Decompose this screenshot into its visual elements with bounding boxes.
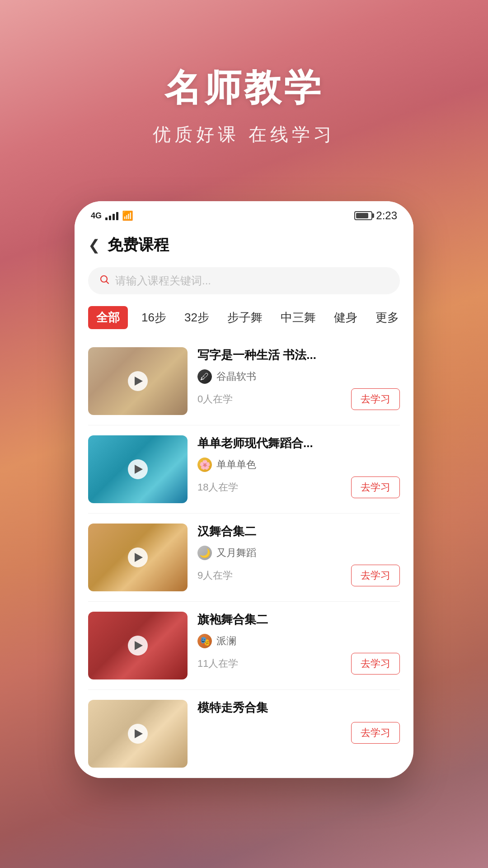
sub-title: 优质好课 在线学习 bbox=[0, 122, 488, 147]
study-button-0[interactable]: 去学习 bbox=[351, 388, 400, 410]
category-tab-1[interactable]: 16步 bbox=[137, 306, 171, 329]
status-right: 2:23 bbox=[354, 209, 397, 222]
status-time: 2:23 bbox=[376, 209, 397, 222]
play-button-1[interactable] bbox=[128, 459, 148, 479]
students-row-2: 9人在学去学习 bbox=[197, 565, 400, 586]
category-tab-3[interactable]: 步子舞 bbox=[223, 306, 267, 329]
students-count-0: 0人在学 bbox=[197, 392, 233, 406]
search-icon bbox=[99, 274, 110, 288]
teacher-row-1: 🌸单单单色 bbox=[197, 458, 400, 472]
signal-bar-1 bbox=[105, 217, 108, 220]
teacher-avatar-3: 🎭 bbox=[197, 634, 212, 648]
phone-wrapper: 4G 📶 2:23 ❮ 免费课程 bbox=[0, 201, 488, 778]
category-tab-6[interactable]: 更多 bbox=[371, 306, 404, 329]
teacher-name-1: 单单单色 bbox=[216, 458, 256, 472]
nav-bar: ❮ 免费课程 bbox=[75, 227, 413, 263]
teacher-avatar-0: 🖊 bbox=[197, 369, 212, 384]
students-count-2: 9人在学 bbox=[197, 569, 233, 582]
battery-fill bbox=[356, 213, 368, 218]
play-icon-1 bbox=[135, 465, 143, 474]
battery-icon bbox=[354, 211, 372, 220]
status-left: 4G 📶 bbox=[91, 210, 133, 221]
teacher-avatar-2: 🌙 bbox=[197, 546, 212, 560]
teacher-name-0: 谷晶软书 bbox=[216, 370, 256, 383]
play-button-3[interactable] bbox=[128, 636, 148, 656]
header-section: 名师教学 优质好课 在线学习 bbox=[0, 0, 488, 174]
play-icon-4 bbox=[135, 729, 143, 738]
teacher-name-2: 又月舞蹈 bbox=[216, 546, 256, 560]
status-bar: 4G 📶 2:23 bbox=[75, 201, 413, 227]
teacher-name-3: 派澜 bbox=[216, 634, 236, 648]
main-title: 名师教学 bbox=[0, 63, 488, 113]
signal-bar-3 bbox=[113, 214, 115, 220]
back-button[interactable]: ❮ bbox=[88, 236, 100, 254]
phone-frame: 4G 📶 2:23 ❮ 免费课程 bbox=[75, 201, 413, 778]
course-item-3: 旗袍舞合集二🎭派澜11人在学去学习 bbox=[88, 602, 400, 690]
play-button-2[interactable] bbox=[128, 547, 148, 567]
course-info-1: 单单老师现代舞蹈合...🌸单单单色18人在学去学习 bbox=[197, 435, 400, 498]
play-icon-2 bbox=[135, 553, 143, 562]
course-item-2: 汉舞合集二🌙又月舞蹈9人在学去学习 bbox=[88, 514, 400, 602]
students-row-3: 11人在学去学习 bbox=[197, 653, 400, 675]
network-indicator: 4G bbox=[91, 211, 102, 221]
course-title-2: 汉舞合集二 bbox=[197, 524, 400, 539]
search-input-placeholder: 请输入课程关键词... bbox=[115, 274, 211, 288]
teacher-row-0: 🖊谷晶软书 bbox=[197, 369, 400, 384]
play-button-0[interactable] bbox=[128, 371, 148, 391]
teacher-row-2: 🌙又月舞蹈 bbox=[197, 546, 400, 560]
study-button-3[interactable]: 去学习 bbox=[351, 653, 400, 675]
course-item-0: 写字是一种生活 书法...🖊谷晶软书0人在学去学习 bbox=[88, 337, 400, 425]
students-count-3: 11人在学 bbox=[197, 657, 238, 670]
course-thumb-1[interactable] bbox=[88, 435, 188, 503]
study-button-2[interactable]: 去学习 bbox=[351, 565, 400, 586]
category-tab-0[interactable]: 全部 bbox=[88, 306, 128, 329]
course-title-0: 写字是一种生活 书法... bbox=[197, 347, 400, 363]
students-row-4: 去学习 bbox=[197, 722, 400, 744]
search-bar[interactable]: 请输入课程关键词... bbox=[88, 267, 400, 294]
course-title-4: 模特走秀合集 bbox=[197, 700, 400, 716]
course-list: 写字是一种生活 书法...🖊谷晶软书0人在学去学习单单老师现代舞蹈合...🌸单单… bbox=[75, 337, 413, 778]
teacher-avatar-1: 🌸 bbox=[197, 458, 212, 472]
course-info-0: 写字是一种生活 书法...🖊谷晶软书0人在学去学习 bbox=[197, 347, 400, 410]
study-button-1[interactable]: 去学习 bbox=[351, 476, 400, 498]
course-item-4: 模特走秀合集去学习 bbox=[88, 690, 400, 778]
play-icon-3 bbox=[135, 641, 143, 650]
course-info-3: 旗袍舞合集二🎭派澜11人在学去学习 bbox=[197, 612, 400, 675]
course-thumb-3[interactable] bbox=[88, 612, 188, 679]
teacher-row-3: 🎭派澜 bbox=[197, 634, 400, 648]
course-info-2: 汉舞合集二🌙又月舞蹈9人在学去学习 bbox=[197, 524, 400, 586]
course-thumb-0[interactable] bbox=[88, 347, 188, 415]
page-title: 免费课程 bbox=[108, 235, 169, 255]
signal-bar-2 bbox=[109, 216, 111, 220]
wifi-icon: 📶 bbox=[122, 210, 133, 221]
course-title-1: 单单老师现代舞蹈合... bbox=[197, 435, 400, 451]
course-item-1: 单单老师现代舞蹈合...🌸单单单色18人在学去学习 bbox=[88, 425, 400, 514]
category-tab-2[interactable]: 32步 bbox=[180, 306, 214, 329]
study-button-4[interactable]: 去学习 bbox=[351, 722, 400, 744]
course-thumb-2[interactable] bbox=[88, 524, 188, 591]
play-button-4[interactable] bbox=[128, 724, 148, 744]
students-count-1: 18人在学 bbox=[197, 481, 238, 494]
students-row-0: 0人在学去学习 bbox=[197, 388, 400, 410]
signal-bar-4 bbox=[116, 212, 118, 220]
svg-line-1 bbox=[107, 281, 109, 283]
play-icon-0 bbox=[135, 377, 143, 386]
category-tabs: 全部16步32步步子舞中三舞健身更多 bbox=[75, 302, 413, 337]
category-tab-4[interactable]: 中三舞 bbox=[276, 306, 320, 329]
signal-bars bbox=[105, 211, 118, 220]
students-row-1: 18人在学去学习 bbox=[197, 476, 400, 498]
course-info-4: 模特走秀合集去学习 bbox=[197, 700, 400, 744]
category-tab-5[interactable]: 健身 bbox=[329, 306, 362, 329]
course-title-3: 旗袍舞合集二 bbox=[197, 612, 400, 627]
course-thumb-4[interactable] bbox=[88, 700, 188, 768]
